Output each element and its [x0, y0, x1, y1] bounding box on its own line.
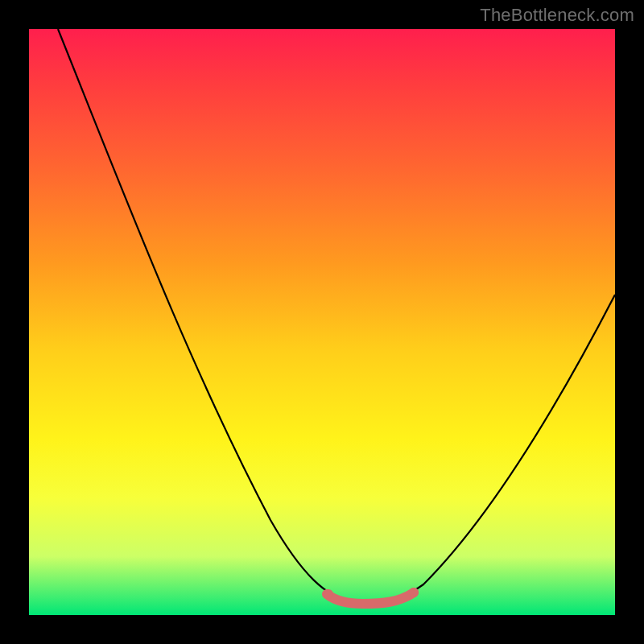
optimal-range-highlight: [327, 592, 414, 604]
chart-frame: TheBottleneck.com: [0, 0, 644, 644]
optimal-range-dot-right: [409, 588, 419, 597]
optimal-range-dot-left: [324, 589, 333, 599]
curve-layer: [29, 29, 615, 615]
plot-area: [29, 29, 615, 615]
bottleneck-curve: [58, 29, 615, 603]
watermark-text: TheBottleneck.com: [480, 5, 634, 26]
